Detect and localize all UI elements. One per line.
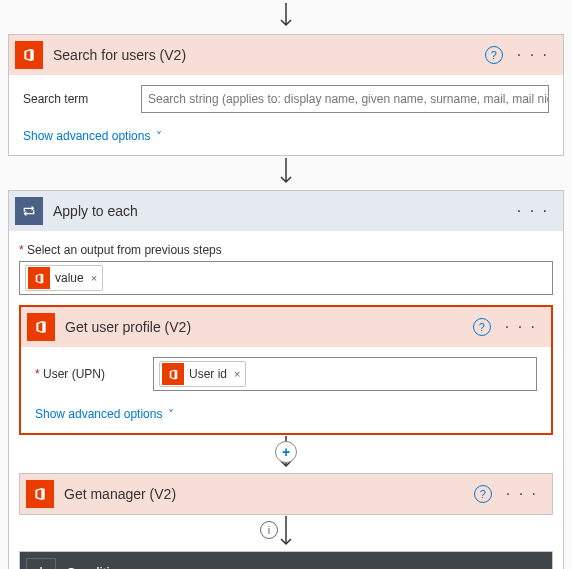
action-header[interactable]: Get manager (V2) ? · · ·: [20, 474, 552, 514]
show-advanced-options-link[interactable]: Show advanced options ˅: [35, 407, 174, 421]
dynamic-token-value[interactable]: value ×: [25, 265, 103, 291]
control-condition[interactable]: Condition · · ·: [19, 551, 553, 569]
dynamic-token-user-id[interactable]: User id ×: [159, 361, 246, 387]
control-header[interactable]: Apply to each · · ·: [9, 191, 563, 231]
action-menu-button[interactable]: · · ·: [513, 202, 553, 220]
action-title: Get user profile (V2): [65, 319, 463, 335]
office365-icon: [162, 363, 184, 385]
connector-arrow: [8, 0, 564, 34]
remove-token-button[interactable]: ×: [234, 368, 240, 380]
condition-icon: [26, 558, 56, 569]
action-get-manager[interactable]: Get manager (V2) ? · · ·: [19, 473, 553, 515]
control-apply-to-each[interactable]: Apply to each · · · Select an output fro…: [8, 190, 564, 569]
connector-arrow: i: [19, 515, 553, 551]
control-title: Apply to each: [53, 203, 503, 219]
action-header[interactable]: Search for users (V2) ? · · ·: [9, 35, 563, 75]
search-term-input[interactable]: Search string (applies to: display name,…: [141, 85, 549, 113]
user-upn-input[interactable]: User id ×: [153, 357, 537, 391]
info-icon[interactable]: i: [260, 521, 278, 539]
office365-icon: [15, 41, 43, 69]
connector-arrow: +: [19, 435, 553, 473]
show-advanced-options-link[interactable]: Show advanced options ˅: [23, 129, 162, 143]
add-action-button[interactable]: +: [275, 441, 297, 463]
help-icon[interactable]: ?: [474, 485, 492, 503]
action-menu-button[interactable]: · · ·: [502, 564, 542, 569]
remove-token-button[interactable]: ×: [91, 272, 97, 284]
action-title: Get manager (V2): [64, 486, 464, 502]
action-get-user-profile[interactable]: Get user profile (V2) ? · · · User (UPN)…: [19, 305, 553, 435]
field-label-select-output: Select an output from previous steps: [19, 243, 553, 257]
field-label-search-term: Search term: [23, 92, 133, 106]
action-title: Search for users (V2): [53, 47, 475, 63]
control-header[interactable]: Condition · · ·: [20, 552, 552, 569]
control-title: Condition: [66, 565, 492, 569]
chevron-down-icon: ˅: [156, 130, 162, 144]
select-output-input[interactable]: value ×: [19, 261, 553, 295]
help-icon[interactable]: ?: [485, 46, 503, 64]
action-menu-button[interactable]: · · ·: [513, 46, 553, 64]
loop-icon: [15, 197, 43, 225]
office365-icon: [28, 267, 50, 289]
help-icon[interactable]: ?: [473, 318, 491, 336]
connector-arrow: [8, 156, 564, 190]
action-menu-button[interactable]: · · ·: [501, 318, 541, 336]
action-header[interactable]: Get user profile (V2) ? · · ·: [21, 307, 551, 347]
action-search-for-users[interactable]: Search for users (V2) ? · · · Search ter…: [8, 34, 564, 156]
field-label-user-upn: User (UPN): [35, 367, 145, 381]
action-menu-button[interactable]: · · ·: [502, 485, 542, 503]
office365-icon: [27, 313, 55, 341]
office365-icon: [26, 480, 54, 508]
chevron-down-icon: ˅: [168, 408, 174, 422]
